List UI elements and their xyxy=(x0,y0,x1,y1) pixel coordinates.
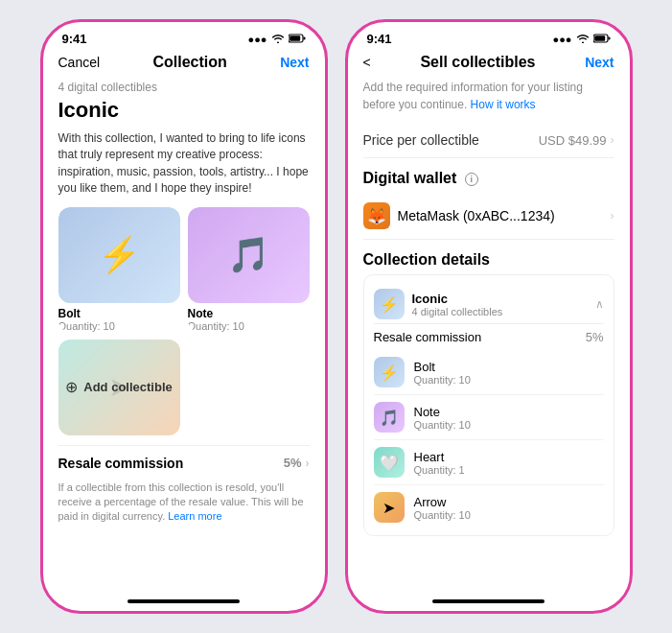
status-bar-left: 9:41 ●●● xyxy=(43,22,325,50)
collection-thumb: ⚡ xyxy=(374,289,405,319)
note-qty: Quantity: 10 xyxy=(188,320,310,332)
bolt-image: ⚡ xyxy=(58,207,180,303)
note-icon: 🎵 xyxy=(227,235,270,275)
collection-info-sub: 4 digital collectibles xyxy=(412,306,503,317)
screen-content-right: Add the required information for your li… xyxy=(348,79,630,594)
resale-commission-label: Resale commission xyxy=(374,330,482,344)
resale-right: 5% › xyxy=(284,456,310,470)
status-time-left: 9:41 xyxy=(62,32,87,46)
note-thumb: 🎵 xyxy=(374,402,405,433)
add-collectible-label: Add collectible xyxy=(83,380,172,394)
collection-section-title: Collection details xyxy=(363,251,614,269)
note-info: Note Quantity: 10 xyxy=(414,405,604,431)
collection-title: Iconic xyxy=(58,98,310,123)
heart-thumb: 🤍 xyxy=(374,447,405,478)
resale-row[interactable]: Resale commission 5% › xyxy=(58,445,310,481)
collectible-note: 🎵 Note Quantity: 10 xyxy=(188,207,310,332)
phone-right: 9:41 ●●● < Sell collectibles Next Add th… xyxy=(345,19,633,614)
item-note: 🎵 Note Quantity: 10 xyxy=(374,395,604,440)
resale-value: 5% xyxy=(284,456,302,470)
bolt-item-qty: Quantity: 10 xyxy=(414,374,604,386)
resale-chevron-icon: › xyxy=(306,457,310,470)
nav-bar-left: Cancel Collection Next xyxy=(43,50,325,79)
svg-rect-5 xyxy=(608,36,610,39)
item-heart: 🤍 Heart Quantity: 1 xyxy=(374,440,604,485)
wallet-chevron-icon: › xyxy=(611,209,614,223)
resale-description: If a collectible from this collection is… xyxy=(58,481,310,530)
metamask-icon: 🦊 xyxy=(363,202,390,229)
plus-icon: ⊕ xyxy=(65,378,78,396)
arrow-thumb: ➤ xyxy=(374,492,405,523)
svg-rect-2 xyxy=(303,36,305,39)
note-item-qty: Quantity: 10 xyxy=(414,419,604,431)
collection-header-left: ⚡ Iconic 4 digital collectibles xyxy=(374,289,503,319)
note-item-name: Note xyxy=(414,405,604,419)
status-icons-right: ●●● xyxy=(553,34,611,45)
note-label: Note xyxy=(188,307,310,320)
wallet-left: 🦊 MetaMask (0xABC...1234) xyxy=(363,202,555,229)
collection-header-row[interactable]: ⚡ Iconic 4 digital collectibles ∧ xyxy=(374,281,604,323)
status-icons-left: ●●● xyxy=(248,34,306,45)
item-bolt: ⚡ Bolt Quantity: 10 xyxy=(374,350,604,395)
phone-left: 9:41 ●●● Cancel Collection Next 4 digita… xyxy=(40,19,328,614)
collectibles-grid: ⚡ Bolt Quantity: 10 🎵 Note Quantity: 10 … xyxy=(58,207,310,435)
back-button[interactable]: < xyxy=(363,55,371,70)
bolt-item-name: Bolt xyxy=(414,360,604,374)
wallet-name: MetaMask (0xABC...1234) xyxy=(398,208,555,223)
next-button-right[interactable]: Next xyxy=(585,55,614,70)
status-time-right: 9:41 xyxy=(367,32,392,46)
price-chevron-icon: › xyxy=(611,133,614,147)
arrow-item-name: Arrow xyxy=(414,495,604,509)
wifi-icon-right xyxy=(576,34,590,45)
screen-content-left: 4 digital collectibles Iconic With this … xyxy=(43,79,325,594)
bolt-qty: Quantity: 10 xyxy=(58,320,180,332)
heart-item-qty: Quantity: 1 xyxy=(414,464,604,476)
collectible-bolt: ⚡ Bolt Quantity: 10 xyxy=(58,207,180,332)
bolt-icon: ⚡ xyxy=(98,235,141,275)
wallet-info-icon[interactable]: i xyxy=(465,173,478,186)
item-arrow: ➤ Arrow Quantity: 10 xyxy=(374,485,604,529)
bolt-label: Bolt xyxy=(58,307,180,320)
note-image: 🎵 xyxy=(188,207,310,303)
wallet-section-title: Digital wallet i xyxy=(363,170,614,187)
svg-rect-4 xyxy=(594,35,605,41)
resale-label: Resale commission xyxy=(58,456,184,471)
nav-title-left: Collection xyxy=(152,54,226,71)
svg-rect-1 xyxy=(290,35,300,41)
collection-description: With this collection, I wanted to bring … xyxy=(58,130,310,198)
next-button-left[interactable]: Next xyxy=(280,55,309,70)
nav-title-right: Sell collectibles xyxy=(420,54,535,71)
price-amount: USD $49.99 xyxy=(539,133,607,148)
arrow-item-qty: Quantity: 10 xyxy=(414,509,604,521)
resale-commission-value: 5% xyxy=(586,330,604,344)
collection-details-box: ⚡ Iconic 4 digital collectibles ∧ Resale… xyxy=(363,274,614,536)
collection-info-title: Iconic xyxy=(412,292,503,306)
battery-icon-right xyxy=(593,34,611,45)
add-collectible-button[interactable]: ➤ ⊕ Add collectible xyxy=(58,340,180,435)
heart-item-name: Heart xyxy=(414,450,604,464)
price-value: USD $49.99 › xyxy=(539,133,614,148)
status-bar-right: 9:41 ●●● xyxy=(348,22,630,50)
wifi-icon xyxy=(271,34,285,45)
how-it-works-link[interactable]: How it works xyxy=(471,98,536,111)
bolt-info: Bolt Quantity: 10 xyxy=(414,360,604,386)
bolt-thumb: ⚡ xyxy=(374,357,405,387)
resale-commission-row: Resale commission 5% xyxy=(374,323,604,350)
price-row[interactable]: Price per collectible USD $49.99 › xyxy=(363,123,614,158)
nav-bar-right: < Sell collectibles Next xyxy=(348,50,630,79)
collection-subtitle: 4 digital collectibles xyxy=(58,81,310,94)
price-label: Price per collectible xyxy=(363,132,479,148)
sell-subtitle: Add the required information for your li… xyxy=(363,79,614,113)
signal-icon-right: ●●● xyxy=(553,34,572,45)
learn-more-link[interactable]: Learn more xyxy=(168,510,221,522)
home-bar-left xyxy=(127,599,241,603)
add-overlay: ⊕ Add collectible xyxy=(58,340,180,435)
home-bar-right xyxy=(432,599,545,603)
cancel-button[interactable]: Cancel xyxy=(58,55,101,70)
signal-icon: ●●● xyxy=(248,34,267,45)
arrow-info: Arrow Quantity: 10 xyxy=(414,495,604,521)
wallet-row[interactable]: 🦊 MetaMask (0xABC...1234) › xyxy=(363,193,614,240)
heart-info: Heart Quantity: 1 xyxy=(414,450,604,476)
collection-chevron-up-icon: ∧ xyxy=(595,297,604,311)
collection-info: Iconic 4 digital collectibles xyxy=(412,292,503,317)
